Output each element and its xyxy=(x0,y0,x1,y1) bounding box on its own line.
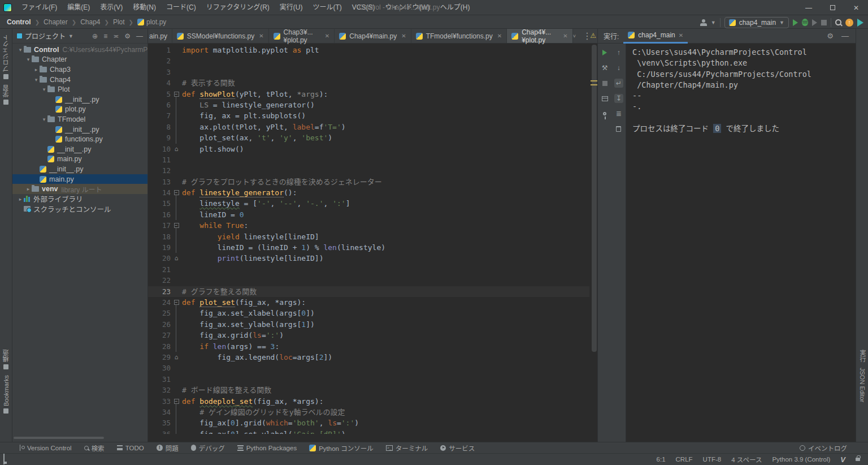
close-icon[interactable]: ✕ xyxy=(259,33,263,39)
menu-item[interactable]: ヘルプ(H) xyxy=(435,0,475,15)
clear-console-icon[interactable] xyxy=(614,124,623,134)
fold-collapse-icon[interactable]: − xyxy=(174,92,179,97)
menu-item[interactable]: ファイル(F) xyxy=(16,0,62,15)
maximize-button[interactable] xyxy=(821,0,844,15)
tree-row[interactable]: functions.py xyxy=(12,134,147,144)
inspections-warning-icon[interactable]: ⚠ xyxy=(590,32,596,40)
tree-row[interactable]: ▾Plot xyxy=(12,84,147,94)
pin-icon[interactable] xyxy=(600,109,609,118)
editor-tab[interactable]: SSModel¥functions.py✕ xyxy=(172,29,269,43)
status-item[interactable]: Python 3.9 (Control) xyxy=(772,456,830,463)
status-item[interactable]: 4 スペース xyxy=(731,455,762,464)
bottom-tool-msearch[interactable]: 検索 xyxy=(78,442,111,454)
chevron-down-icon[interactable]: ▾ xyxy=(17,47,24,53)
chevron-down-icon[interactable]: ▾ xyxy=(41,87,47,92)
bottom-tool-mterm[interactable]: >_ターミナル xyxy=(380,442,435,454)
tree-row[interactable]: ▾Chapter xyxy=(12,55,147,65)
rerun-button[interactable] xyxy=(600,48,609,57)
editor-tab[interactable]: ain.py✕ xyxy=(148,29,172,43)
tree-row[interactable]: スクラッチとコンソール xyxy=(12,204,147,214)
code-editor[interactable]: 1import matplotlib.pyplot as plt234# 表示す… xyxy=(148,44,597,434)
status-item[interactable]: UTF-8 xyxy=(703,456,722,463)
down-stacktrace-icon[interactable]: ↓ xyxy=(614,63,623,72)
tree-row[interactable]: ▾Chap4 xyxy=(12,75,147,85)
fold-end-icon[interactable]: ⌂ xyxy=(175,253,179,264)
run-config-select[interactable]: chap4_main ▼ xyxy=(724,17,789,28)
scroll-to-end-icon[interactable]: ↧ xyxy=(614,94,623,103)
tree-row[interactable]: ▸venvlibrary ルート xyxy=(12,184,147,194)
tree-row[interactable]: main.py xyxy=(12,154,147,165)
chevron-right-icon[interactable]: ▸ xyxy=(33,67,40,72)
tree-row[interactable]: ▾TFmodel xyxy=(12,114,147,124)
update-icon[interactable]: ↑ xyxy=(845,19,853,27)
plugin-play-icon[interactable] xyxy=(857,19,863,27)
tree-row[interactable]: __init__.py xyxy=(12,144,147,154)
gear-icon[interactable]: ⚙ xyxy=(124,32,131,40)
fold-collapse-icon[interactable]: − xyxy=(174,190,179,195)
run-tab[interactable]: chap4_main ✕ xyxy=(623,29,688,44)
fold-collapse-icon[interactable]: − xyxy=(174,300,179,305)
vim-plugin-icon[interactable]: V xyxy=(840,455,845,464)
write-lock-icon[interactable] xyxy=(856,458,860,461)
menu-item[interactable]: コード(C) xyxy=(161,0,201,15)
close-icon[interactable]: ✕ xyxy=(401,33,406,39)
run-button[interactable] xyxy=(793,19,798,26)
close-icon[interactable]: ✕ xyxy=(497,33,502,39)
tool-stripe-item[interactable]: JSON Editor xyxy=(856,368,868,402)
chevron-right-icon[interactable]: ▸ xyxy=(25,186,32,192)
hide-panel-icon[interactable]: — xyxy=(136,32,143,40)
tool-stripe-item[interactable]: 構造 xyxy=(0,350,12,369)
breadcrumb-item[interactable]: Chap4 xyxy=(79,18,101,26)
breadcrumb-item[interactable]: Control xyxy=(6,18,32,26)
user-icon[interactable] xyxy=(700,19,707,26)
menu-item[interactable]: 移動(N) xyxy=(128,0,161,15)
close-icon[interactable]: ✕ xyxy=(325,33,329,39)
tree-row[interactable]: __init__.py xyxy=(12,164,147,174)
tool-stripe-item[interactable]: 学習 xyxy=(0,85,12,105)
chevron-down-icon[interactable]: ▾ xyxy=(33,77,40,83)
locate-icon[interactable]: ⊕ xyxy=(92,32,98,40)
run-console-output[interactable]: C:\Users\sus44\PycharmProjects\Control \… xyxy=(627,44,856,442)
status-item[interactable]: 6:1 xyxy=(657,456,666,463)
close-icon[interactable]: ✕ xyxy=(679,32,683,38)
stop-button[interactable] xyxy=(821,20,827,25)
menu-item[interactable]: リファクタリング(R) xyxy=(201,0,275,15)
tree-row[interactable]: main.py xyxy=(12,174,147,184)
chevron-right-icon[interactable]: ▸ xyxy=(17,196,24,202)
breadcrumb-file[interactable]: plot.py xyxy=(136,18,167,26)
minimize-button[interactable]: — xyxy=(797,0,821,15)
tool-window-switcher-icon[interactable] xyxy=(3,454,5,464)
tree-row[interactable]: ▸外部ライブラリ xyxy=(12,194,147,204)
menu-item[interactable]: 表示(V) xyxy=(95,0,128,15)
project-panel-title[interactable]: プロジェクト xyxy=(25,31,66,41)
tree-row[interactable]: __init__.py xyxy=(12,124,147,135)
fold-end-icon[interactable]: ⌂ xyxy=(175,352,179,363)
up-stacktrace-icon[interactable]: ↑ xyxy=(614,48,623,57)
menu-item[interactable]: 編集(E) xyxy=(62,0,95,15)
bottom-tool-malert[interactable]: !問題 xyxy=(150,442,185,454)
stop-button[interactable] xyxy=(600,79,609,88)
chevron-down-icon[interactable]: ▾ xyxy=(25,57,32,62)
editor-tab[interactable]: Chap4¥...¥plot.py✕ xyxy=(507,29,573,43)
fold-collapse-icon[interactable]: − xyxy=(174,399,179,404)
bottom-tool-branch[interactable]: Version Control xyxy=(14,442,78,454)
tree-row[interactable]: __init__.py xyxy=(12,94,147,105)
tree-row[interactable]: plot.py xyxy=(12,105,147,115)
close-button[interactable]: ✕ xyxy=(844,0,868,15)
soft-wrap-icon[interactable]: ↵ xyxy=(614,79,623,88)
coverage-button[interactable] xyxy=(812,19,817,26)
wrench-icon[interactable]: ⚒ xyxy=(600,63,609,72)
chevron-down-icon[interactable]: ▼ xyxy=(68,33,73,39)
bottom-tool-python[interactable]: Python コンソール xyxy=(303,442,380,454)
hide-panel-icon[interactable]: — xyxy=(841,32,849,40)
tool-stripe-item[interactable]: Bookmarks xyxy=(0,375,12,414)
tree-row[interactable]: ▸Chap3 xyxy=(12,64,147,75)
chevron-down-icon[interactable]: ˅ xyxy=(573,33,576,39)
tool-stripe-item[interactable]: 実行 xyxy=(856,350,868,362)
bottom-tool-mstack[interactable]: Python Packages xyxy=(231,442,303,454)
tree-row[interactable]: ▾ControlC:¥Users¥sus44¥PycharmProject xyxy=(12,45,147,55)
search-everywhere-icon[interactable] xyxy=(835,19,841,25)
project-hscrollbar[interactable] xyxy=(14,437,104,439)
expand-icon[interactable]: ≍ xyxy=(113,32,119,40)
status-item[interactable]: CRLF xyxy=(676,456,693,463)
